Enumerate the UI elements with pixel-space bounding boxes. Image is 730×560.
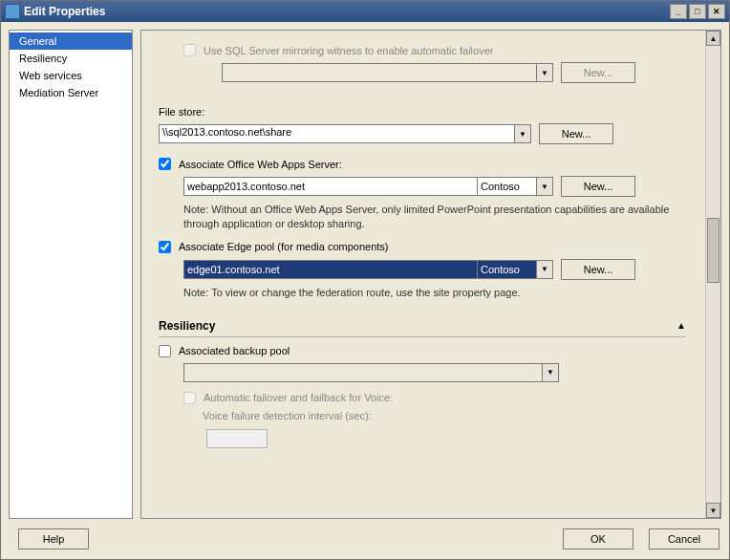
interval-label: Voice failure detection interval (sec): xyxy=(203,410,372,421)
nav-resiliency[interactable]: Resiliency xyxy=(10,50,132,67)
filestore-label: File store: xyxy=(159,106,686,118)
mirror-text: Use SQL Server mirroring witness to enab… xyxy=(204,45,493,56)
owa-new-button[interactable]: New... xyxy=(561,176,635,197)
edge-pool-combo[interactable]: edge01.contoso.net xyxy=(183,260,478,279)
mirror-checkbox xyxy=(183,44,196,56)
scroll-down-icon[interactable]: ▼ xyxy=(706,503,720,518)
nav-web-services[interactable]: Web services xyxy=(10,67,132,84)
maximize-button[interactable]: □ xyxy=(689,4,706,19)
failover-checkbox xyxy=(183,392,196,404)
cancel-button[interactable]: Cancel xyxy=(649,528,719,549)
filestore-new-button[interactable]: New... xyxy=(539,123,613,144)
scrollbar-track[interactable] xyxy=(706,46,720,503)
vertical-scrollbar[interactable]: ▲ ▼ xyxy=(705,31,720,518)
titlebar: Edit Properties _ □ ✕ xyxy=(1,1,729,22)
ok-button[interactable]: OK xyxy=(563,528,633,549)
backup-pool-checkbox[interactable] xyxy=(159,345,171,357)
content-panel: Use SQL Server mirroring witness to enab… xyxy=(141,31,705,518)
owa-server-combo[interactable]: webapp2013.contoso.net xyxy=(183,177,478,196)
window-title: Edit Properties xyxy=(24,5,105,18)
filestore-combo[interactable]: \\sql2013.contoso.net\share xyxy=(159,124,515,143)
backup-pool-text: Associated backup pool xyxy=(179,345,290,356)
owa-checkbox[interactable] xyxy=(159,158,171,170)
section-resiliency[interactable]: Resiliency ▲ xyxy=(159,315,686,337)
resiliency-title: Resiliency xyxy=(159,319,215,333)
scroll-up-icon[interactable]: ▲ xyxy=(706,31,720,46)
owa-note: Note: Without an Office Web Apps Server,… xyxy=(183,203,686,231)
failover-checkbox-label: Automatic failover and failback for Voic… xyxy=(183,392,393,404)
mirror-combo xyxy=(222,63,537,82)
mirror-new-button: New... xyxy=(561,62,635,83)
backup-pool-combo xyxy=(183,363,543,382)
backup-pool-checkbox-label[interactable]: Associated backup pool xyxy=(159,345,290,357)
owa-server-org: Contoso xyxy=(478,177,537,196)
edge-new-button[interactable]: New... xyxy=(561,259,635,280)
chevron-down-icon: ▼ xyxy=(537,63,553,82)
close-button[interactable]: ✕ xyxy=(708,4,725,19)
scrollbar-thumb[interactable] xyxy=(707,218,719,283)
edge-label-text: Associate Edge pool (for media component… xyxy=(179,241,389,252)
chevron-down-icon[interactable]: ▼ xyxy=(515,124,531,143)
edge-checkbox-label[interactable]: Associate Edge pool (for media component… xyxy=(159,241,389,253)
category-nav: General Resiliency Web services Mediatio… xyxy=(9,30,133,519)
chevron-down-icon[interactable]: ▼ xyxy=(537,260,553,279)
interval-input xyxy=(206,429,268,448)
nav-general[interactable]: General xyxy=(10,32,132,50)
chevron-down-icon: ▼ xyxy=(543,363,559,382)
app-icon xyxy=(5,4,20,19)
failover-text: Automatic failover and failback for Voic… xyxy=(204,392,393,403)
chevron-down-icon[interactable]: ▼ xyxy=(537,177,553,196)
nav-mediation-server[interactable]: Mediation Server xyxy=(10,84,132,101)
minimize-button[interactable]: _ xyxy=(670,4,687,19)
help-button[interactable]: Help xyxy=(18,528,89,549)
dialog-footer: Help OK Cancel xyxy=(1,523,729,559)
edge-note: Note: To view or change the federation r… xyxy=(183,286,686,300)
edge-checkbox[interactable] xyxy=(159,241,171,253)
edge-pool-org: Contoso xyxy=(478,260,537,279)
collapse-icon: ▲ xyxy=(676,320,686,331)
owa-checkbox-label[interactable]: Associate Office Web Apps Server: xyxy=(159,158,342,170)
owa-label-text: Associate Office Web Apps Server: xyxy=(179,159,342,170)
mirror-checkbox-label: Use SQL Server mirroring witness to enab… xyxy=(183,44,493,56)
